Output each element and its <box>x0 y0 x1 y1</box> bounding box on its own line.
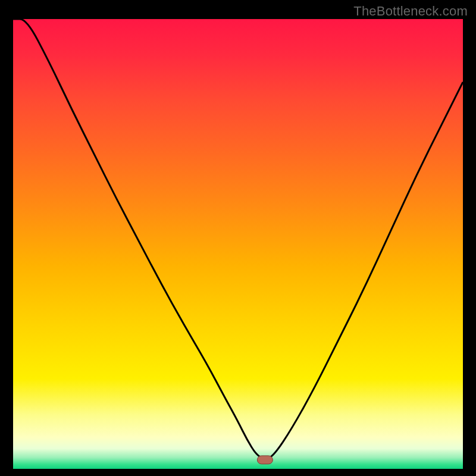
plot-area <box>13 19 463 469</box>
chart-frame: TheBottleneck.com <box>0 0 476 476</box>
bottleneck-chart <box>13 19 463 469</box>
gradient-background <box>13 19 463 469</box>
watermark-text: TheBottleneck.com <box>353 4 468 19</box>
optimal-point-marker <box>257 456 273 464</box>
